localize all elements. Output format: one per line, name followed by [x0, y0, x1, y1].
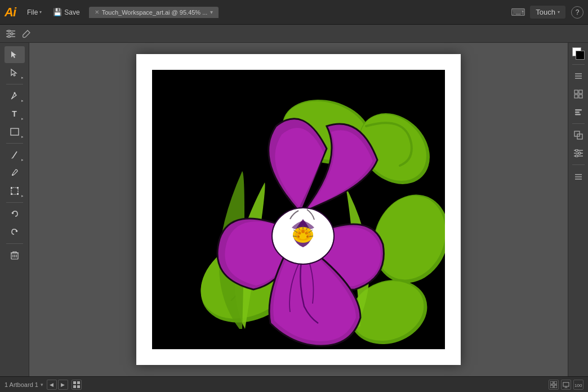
presentation-view-button[interactable]: [561, 380, 571, 390]
svg-line-11: [12, 152, 17, 158]
svg-rect-79: [77, 385, 80, 388]
menubar: Ai File ▾ 💾 Save ✕ Touch_Workspace_art.a…: [0, 0, 588, 25]
tool-divider-2: [6, 143, 23, 144]
svg-point-72: [576, 155, 578, 157]
svg-rect-64: [575, 114, 581, 115]
svg-marker-6: [11, 51, 16, 58]
redo-button[interactable]: [5, 224, 25, 240]
svg-rect-16: [11, 193, 12, 195]
tool-sub-arrow: ▸: [21, 75, 24, 80]
save-label: Save: [64, 8, 79, 16]
svg-rect-81: [554, 381, 557, 384]
touch-dropdown-arrow: ▾: [558, 10, 560, 15]
shape-sub-arrow: ▸: [21, 135, 24, 139]
left-toolbar: ▸ ▸ T ▸ ▸: [0, 43, 29, 376]
svg-rect-10: [11, 128, 19, 135]
type-sub-arrow: ▸: [21, 117, 24, 121]
file-menu-label: File: [27, 8, 38, 16]
tool-divider-1: [6, 84, 23, 84]
pencil-sub-arrow: ▸: [21, 158, 24, 162]
color-swatches[interactable]: [572, 47, 585, 60]
align-panel-button[interactable]: [571, 104, 586, 120]
eyedropper-tool-button[interactable]: [5, 164, 25, 181]
svg-rect-78: [73, 385, 76, 388]
touch-label: Touch: [536, 8, 555, 16]
pathfinder-panel-button[interactable]: [571, 127, 586, 143]
main-area: ▸ ▸ T ▸ ▸: [0, 43, 588, 376]
right-divider-2: [572, 123, 585, 124]
svg-rect-84: [563, 382, 569, 386]
right-divider-3: [572, 164, 585, 165]
pen-tool-button[interactable]: ▸: [5, 87, 25, 104]
pen-sub-arrow: ▸: [21, 99, 24, 103]
svg-point-1: [8, 30, 10, 32]
svg-rect-58: [574, 90, 578, 93]
artboard-wrapper: [136, 54, 461, 365]
stroke-swatch[interactable]: [576, 51, 585, 60]
svg-marker-7: [11, 69, 16, 76]
arrange-view-button[interactable]: [549, 380, 559, 390]
svg-point-45: [306, 235, 309, 238]
tab-title: Touch_Workspace_art.ai @ 95.45% ...: [102, 9, 208, 16]
svg-rect-77: [77, 381, 80, 384]
document-tab[interactable]: ✕ Touch_Workspace_art.ai @ 95.45% ... ▾: [89, 7, 219, 18]
tool-divider-4: [6, 243, 23, 244]
touch-workspace-button[interactable]: Touch ▾: [530, 6, 565, 19]
artboard-selector[interactable]: 1 Artboard 1 ▾: [5, 381, 43, 388]
svg-text:100: 100: [574, 383, 582, 388]
artboard-label: 1 Artboard 1: [5, 381, 38, 388]
right-divider-1: [572, 64, 585, 65]
artboard-dropdown-arrow: ▾: [41, 382, 43, 387]
layers-panel-button[interactable]: [571, 68, 586, 84]
svg-point-68: [576, 149, 578, 152]
more-panels-button[interactable]: [571, 168, 586, 184]
file-menu[interactable]: File ▾: [23, 6, 46, 19]
flower-artwork: [152, 70, 445, 349]
svg-rect-59: [579, 90, 582, 93]
svg-point-44: [299, 232, 301, 235]
svg-rect-62: [575, 109, 582, 111]
svg-point-70: [578, 152, 581, 154]
direct-selection-tool-button[interactable]: ▸: [5, 64, 25, 81]
svg-point-43: [305, 232, 308, 235]
prev-artboard-button[interactable]: ◀: [47, 380, 57, 390]
status-icons: 100: [549, 380, 583, 390]
next-artboard-button[interactable]: ▶: [58, 380, 68, 390]
pencil-tool-button[interactable]: ▸: [5, 146, 25, 163]
help-icon: ?: [576, 8, 580, 16]
svg-point-42: [301, 230, 305, 233]
help-button[interactable]: ?: [571, 6, 583, 19]
svg-rect-82: [550, 385, 553, 388]
undo-button[interactable]: [5, 206, 25, 222]
tool-divider-3: [6, 202, 23, 203]
transform-tool-button[interactable]: ▸: [5, 182, 25, 199]
transform-sub-arrow: ▸: [21, 194, 24, 198]
canvas-area: [29, 43, 568, 376]
transform-panel-button[interactable]: [571, 86, 586, 102]
type-icon: T: [12, 109, 17, 118]
app-logo: Ai: [5, 5, 16, 20]
svg-rect-61: [579, 95, 582, 98]
properties-icon[interactable]: [5, 28, 17, 40]
tab-close-icon[interactable]: ✕: [95, 9, 99, 15]
brush-icon[interactable]: [20, 28, 33, 40]
grid-view-button[interactable]: [72, 380, 82, 390]
save-icon: 💾: [53, 8, 62, 16]
zoom-view-button[interactable]: 100: [573, 380, 583, 390]
properties-panel-button[interactable]: [571, 145, 586, 161]
svg-rect-83: [554, 385, 557, 388]
tab-dropdown-arrow[interactable]: ▾: [210, 9, 213, 15]
svg-rect-60: [574, 95, 578, 98]
save-button[interactable]: 💾 Save: [48, 6, 84, 19]
svg-point-5: [8, 35, 10, 38]
selection-tool-button[interactable]: [5, 46, 25, 63]
delete-button[interactable]: [5, 247, 25, 264]
svg-rect-63: [575, 112, 580, 113]
file-menu-arrow: ▾: [39, 10, 42, 15]
svg-rect-17: [17, 193, 19, 195]
svg-rect-15: [17, 187, 19, 189]
svg-point-12: [12, 174, 14, 176]
shape-tool-button[interactable]: ▸: [5, 123, 25, 140]
type-tool-button[interactable]: T ▸: [5, 105, 25, 122]
svg-point-3: [11, 33, 13, 35]
